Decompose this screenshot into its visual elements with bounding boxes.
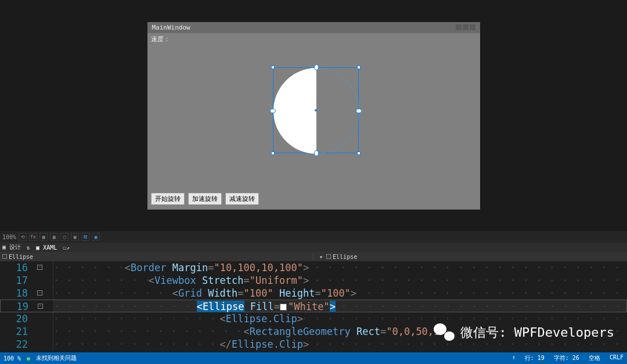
slowdown-rotate-button[interactable]: 减速旋转 [225,193,259,205]
status-char: 字符: 26 [554,354,579,362]
design-preview-window: MainWindow 速度： 开始旋转 加速旋转 减速旋转 [147,22,480,210]
resize-handle-tr[interactable] [357,66,361,69]
grid-icon[interactable]: ▦ [39,233,48,241]
center-marker [315,109,317,111]
xaml-tab[interactable]: ▣ XAML [36,244,57,251]
pane-tabs: ▣ 设计 ⇅ ▣ XAML ☐↗ [0,243,627,252]
grid2-icon[interactable]: ▦ [50,233,58,241]
status-bar: 100 % ● 未找到相关问题 ↑ 行: 19 字符: 26 空格 CRLF [0,352,627,364]
code-editor[interactable]: 16− <Border Margin="10,100,10,100">17 <V… [0,261,627,352]
resize-handle-br[interactable] [357,152,361,155]
designer-toolbar: 100% ⟲ fx ▦ ▦ ▢ ▣ ⛓ ▣ [0,231,627,243]
status-zoom[interactable]: 100 % [3,355,21,362]
clipped-ellipse [273,68,316,154]
resize-handle-tc[interactable] [314,64,319,70]
resize-handle-rc[interactable] [356,109,362,113]
design-tab[interactable]: ▣ 设计 [2,243,21,251]
window-controls [456,24,475,30]
status-line: 行: 19 [525,354,545,362]
zoom-level[interactable]: 100% [2,234,16,240]
minimize-icon[interactable] [456,24,462,30]
status-issues[interactable]: 未找到相关问题 [36,354,77,362]
snap-icon[interactable]: ▢ [60,233,69,241]
designer-selection[interactable] [273,67,359,153]
popout-icon[interactable]: ☐↗ [63,244,70,251]
breadcrumb-right[interactable]: ▾ Ellipse [316,254,357,260]
resize-handle-lc[interactable] [270,109,276,113]
resize-handle-bl[interactable] [271,152,275,155]
resize-handle-bc[interactable] [314,150,319,156]
window-title-text: MainWindow [152,24,190,31]
speed-label: 速度： [151,35,170,44]
close-icon[interactable] [470,24,475,30]
speedup-rotate-button[interactable]: 加速旋转 [188,193,222,205]
status-crlf[interactable]: CRLF [610,354,624,362]
window-titlebar: MainWindow [147,22,480,33]
fx-icon[interactable]: fx [29,233,37,241]
swap-icon[interactable]: ⇅ [27,244,30,251]
toolbar-icon[interactable]: ⟲ [19,233,27,241]
breadcrumb-left[interactable]: Ellipse [2,254,314,260]
breadcrumb-bar: Ellipse ▾ Ellipse [0,252,627,261]
start-rotate-button[interactable]: 开始旋转 [151,193,185,205]
maximize-icon[interactable] [463,24,469,30]
device-icon[interactable]: ▣ [92,233,100,241]
resize-handle-tl[interactable] [271,66,275,69]
designer-surface[interactable]: MainWindow 速度： 开始旋转 加速旋转 减速旋转 [0,0,627,231]
link-icon[interactable]: ⛓ [81,233,89,241]
status-spaces[interactable]: 空格 [589,354,600,362]
control-buttons: 开始旋转 加速旋转 减速旋转 [151,193,259,205]
ruler-icon[interactable]: ▣ [71,233,79,241]
